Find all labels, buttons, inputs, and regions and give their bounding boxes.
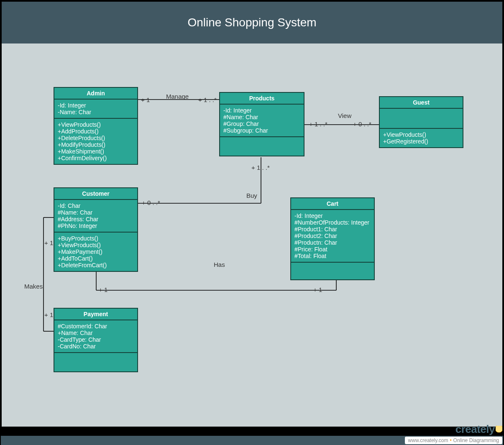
rel-manage-left: + 1 — [141, 96, 150, 103]
rel-makes-bottom: + 1 — [44, 311, 53, 318]
attr: #Product2: Char — [294, 233, 371, 239]
attr: -CardNo: Char — [58, 343, 134, 350]
attr: -Id: Integer — [223, 107, 300, 114]
attr: #Group: Char — [223, 120, 300, 127]
method: +ViewProducts() — [383, 131, 459, 138]
attr: -Id: Integer — [294, 212, 371, 219]
class-products-attributes: -Id: Integer #Name: Char #Group: Char #S… — [220, 105, 304, 137]
attr: #Address: Char — [58, 216, 134, 222]
rel-makes-label: Makes — [24, 283, 43, 290]
method: +ViewProducts() — [58, 242, 134, 248]
rel-has-right: + 1 — [313, 286, 322, 293]
class-payment-name: Payment — [54, 309, 137, 320]
class-cart[interactable]: Cart -Id: Integer #NumberOfProducts: Int… — [290, 197, 375, 280]
class-products-methods — [220, 137, 304, 156]
class-cart-name: Cart — [291, 198, 374, 210]
class-payment[interactable]: Payment #CustomerId: Char +Name: Char -C… — [54, 308, 138, 372]
attr: #Productn: Char — [294, 239, 371, 246]
method: +AddToCart() — [58, 255, 134, 262]
rel-has-left: + 1 — [99, 286, 107, 293]
class-guest-methods: +ViewProducts() +GetRegistered() — [380, 129, 463, 147]
method: +MakeShipment() — [58, 148, 134, 155]
method: +AddProducts() — [58, 128, 134, 135]
class-products[interactable]: Products -Id: Integer #Name: Char #Group… — [219, 92, 304, 156]
attr: +Name: Char — [58, 330, 134, 336]
attr: #Product1: Char — [294, 226, 371, 233]
diagram-canvas: Admin -Id: Integer -Name: Char +ViewProd… — [2, 43, 502, 427]
class-cart-attributes: -Id: Integer #NumberOfProducts: Integer … — [291, 210, 374, 263]
class-cart-methods — [291, 263, 374, 279]
attr: -Name: Char — [58, 109, 134, 115]
attr: #Price: Float — [294, 246, 371, 253]
method: +GetRegistered() — [383, 138, 459, 145]
title-bar: Online Shopping System — [2, 2, 502, 43]
brand-text: creately — [455, 423, 495, 436]
attr: #Total: Float — [294, 253, 371, 259]
diagram-frame: Online Shopping System Admin -Id: Intege… — [1, 1, 503, 427]
lightbulb-icon — [496, 426, 502, 434]
rel-buy-top: + 1 . .* — [251, 164, 270, 171]
class-admin-attributes: -Id: Integer -Name: Char — [54, 100, 137, 119]
rel-has-label: Has — [214, 261, 225, 268]
rel-view-left: + 1 . .* — [309, 120, 327, 128]
method: +BuyProducts() — [58, 235, 134, 242]
creately-logo: creately — [455, 423, 502, 436]
rel-manage-right: + 1 . .* — [198, 96, 217, 103]
rel-manage-label: Manage — [166, 93, 189, 100]
class-guest-attributes — [380, 109, 463, 129]
class-customer[interactable]: Customer -Id: Char #Name: Char #Address:… — [54, 187, 138, 272]
attr: -Id: Char — [58, 202, 134, 209]
rel-view-label: View — [338, 112, 351, 119]
class-customer-name: Customer — [54, 188, 137, 200]
class-customer-attributes: -Id: Char #Name: Char #Address: Char #Ph… — [54, 200, 137, 233]
diagram-title: Online Shopping System — [187, 16, 316, 29]
attr: #Subgroup: Char — [223, 127, 300, 134]
attr: #PhNo: Integer — [58, 222, 134, 229]
method: +ConfirmDelivery() — [58, 155, 134, 161]
rel-view-right: + 0 . .* — [353, 120, 371, 128]
method: +ModifyProducts() — [58, 141, 134, 148]
class-admin[interactable]: Admin -Id: Integer -Name: Char +ViewProd… — [54, 87, 138, 165]
class-admin-methods: +ViewProducts() +AddProducts() +DeletePr… — [54, 119, 137, 164]
footer-attribution: www.creately.com • Online Diagramming — [405, 437, 502, 444]
class-payment-methods — [54, 353, 137, 371]
class-guest[interactable]: Guest +ViewProducts() +GetRegistered() — [379, 96, 463, 148]
attr: #NumberOfProducts: Integer — [294, 219, 371, 226]
rel-makes-top: + 1 — [44, 239, 53, 246]
class-payment-attributes: #CustomerId: Char +Name: Char -CardType:… — [54, 320, 137, 353]
method: +ViewProducts() — [58, 121, 134, 128]
footer-site: www.creately.com — [408, 437, 448, 443]
class-admin-name: Admin — [54, 88, 137, 100]
class-guest-name: Guest — [380, 97, 463, 109]
rel-buy-label: Buy — [246, 192, 257, 199]
attr: #CustomerId: Char — [58, 323, 134, 330]
attr: #Name: Char — [223, 114, 300, 120]
class-products-name: Products — [220, 93, 304, 105]
method: +MakePayment() — [58, 248, 134, 255]
method: +DeleteProducts() — [58, 135, 134, 141]
class-customer-methods: +BuyProducts() +ViewProducts() +MakePaym… — [54, 233, 137, 271]
rel-buy-bottom: + 0 . .* — [142, 199, 160, 206]
footer-tag: Online Diagramming — [453, 437, 499, 443]
method: +DeleteFromCart() — [58, 262, 134, 269]
attr: -CardType: Char — [58, 336, 134, 343]
footer-sep: • — [450, 437, 451, 443]
attr: -Id: Integer — [58, 102, 134, 109]
attr: #Name: Char — [58, 209, 134, 216]
